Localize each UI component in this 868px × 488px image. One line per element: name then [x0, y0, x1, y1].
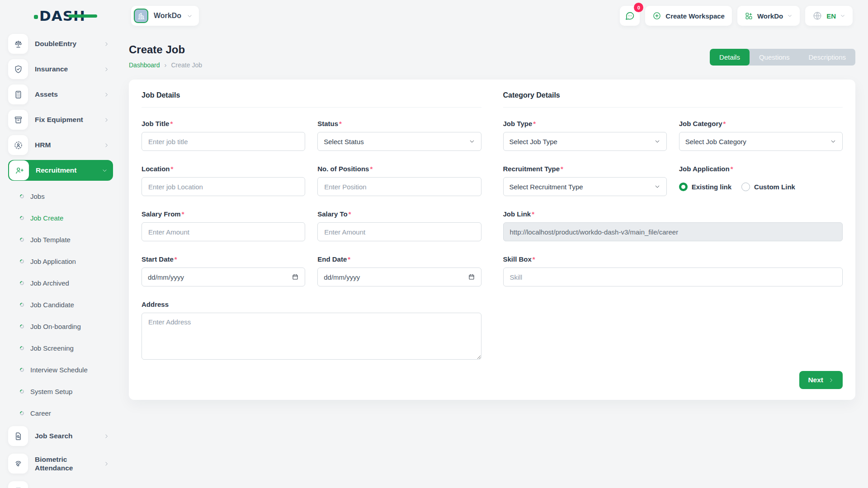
status-select[interactable]: Select Status [317, 132, 481, 151]
workdo-menu-button[interactable]: WorkDo [737, 6, 800, 26]
plus-circle-icon [652, 11, 661, 20]
tab-questions[interactable]: Questions [750, 49, 799, 66]
field-label: No. of Positions [317, 165, 369, 173]
bullet-icon [19, 237, 25, 243]
field-start-date: Start Date* dd/mm/yyyy [142, 255, 305, 286]
skill-input[interactable] [503, 267, 843, 286]
sidebar-item-assets[interactable]: Assets [8, 84, 113, 105]
field-label: Salary To [317, 210, 347, 218]
job-title-input[interactable] [142, 132, 305, 151]
workspace-name: WorkDo [154, 12, 181, 20]
end-date-input[interactable]: dd/mm/yyyy [317, 267, 481, 286]
chevron-down-icon [830, 138, 836, 145]
field-job-category: Job Category* Select Job Category [679, 120, 843, 151]
radio-custom-link[interactable]: Custom Link [741, 183, 795, 191]
breadcrumb-dashboard-link[interactable]: Dashboard [129, 61, 160, 69]
chat-bubble-icon [624, 10, 635, 21]
bullet-icon [19, 193, 25, 199]
sidebar-item-system-setup[interactable]: System Setup [8, 380, 113, 402]
create-job-card: Job Details Job Title* Status* Select St… [129, 80, 855, 400]
bullet-icon [19, 302, 25, 308]
required-mark: * [532, 210, 534, 218]
job-type-select[interactable]: Select Job Type [503, 132, 667, 151]
radio-existing-link[interactable]: Existing link [679, 183, 731, 191]
bullet-icon [19, 389, 25, 394]
field-label: Job Title [142, 120, 169, 127]
job-details-section: Job Details Job Title* Status* Select St… [142, 91, 481, 388]
field-job-application: Job Application* Existing link Custom Li… [679, 165, 843, 196]
tab-descriptions[interactable]: Descriptions [799, 49, 855, 66]
required-mark: * [533, 120, 536, 127]
start-date-input[interactable]: dd/mm/yyyy [142, 267, 305, 286]
bullet-icon [19, 215, 25, 221]
sidebar-item-hrm[interactable]: HRM [8, 135, 113, 155]
chevron-down-icon [840, 13, 845, 19]
required-mark: * [171, 165, 174, 173]
sidebar-item-job-template[interactable]: Job Template [8, 229, 113, 250]
language-code: EN [826, 12, 836, 20]
location-input[interactable] [142, 177, 305, 196]
sidebar-item-procurement[interactable]: Procurement [8, 481, 113, 488]
messages-button[interactable]: 0 [620, 6, 640, 26]
sidebar-item-job-candidate[interactable]: Job Candidate [8, 294, 113, 315]
required-mark: * [533, 255, 535, 263]
field-label: End Date [317, 255, 347, 263]
sidebar-item-doubleentry[interactable]: DoubleEntry [8, 33, 113, 54]
sidebar-item-insurance[interactable]: Insurance [8, 59, 113, 80]
job-category-select[interactable]: Select Job Category [679, 132, 843, 151]
calculator-icon [8, 84, 28, 104]
field-label: Job Application [679, 165, 730, 173]
job-link-input[interactable] [503, 222, 843, 241]
sidebar-item-job-screening[interactable]: Job Screening [8, 337, 113, 359]
logo-dot-icon [34, 15, 38, 19]
sidebar-item-recruitment[interactable]: Recruitment [8, 160, 113, 181]
chevron-right-icon [104, 433, 109, 439]
sidebar-item-fix-equipment[interactable]: Fix Equipment [8, 109, 113, 130]
required-mark: * [723, 120, 726, 127]
recruitment-type-select[interactable]: Select Recruitment Type [503, 177, 667, 196]
field-job-link: Job Link* [503, 210, 843, 241]
sidebar-item-job-onboarding[interactable]: Job On-boarding [8, 315, 113, 337]
create-workspace-button[interactable]: Create Workspace [645, 6, 732, 26]
tab-details[interactable]: Details [710, 49, 750, 66]
positions-input[interactable] [317, 177, 481, 196]
step-tabs: Details Questions Descriptions [710, 49, 855, 66]
document-search-icon [8, 426, 28, 446]
field-location: Location* [142, 165, 305, 196]
scale-icon [8, 34, 28, 54]
logo-dash-icon [68, 14, 97, 18]
sidebar-item-job-application[interactable]: Job Application [8, 250, 113, 272]
sidebar-item-jobs[interactable]: Jobs [8, 185, 113, 207]
sidebar-item-career[interactable]: Career [8, 402, 113, 424]
salary-from-input[interactable] [142, 222, 305, 241]
sidebar-item-job-archived[interactable]: Job Archived [8, 272, 113, 294]
next-button[interactable]: Next [799, 371, 843, 389]
calendar-icon [468, 273, 475, 281]
chevron-right-icon [104, 66, 109, 72]
person-plus-icon [9, 160, 29, 180]
sidebar-item-interview-schedule[interactable]: Interview Schedule [8, 359, 113, 380]
field-label: Job Link [503, 210, 531, 218]
chevron-right-icon [104, 117, 109, 123]
bullet-icon [19, 258, 25, 264]
globe-icon [812, 11, 822, 21]
category-details-section: Category Details Job Type* Select Job Ty… [503, 91, 843, 388]
required-mark: * [349, 210, 351, 218]
dash-logo: DASH [34, 7, 85, 25]
breadcrumb-separator: › [165, 61, 167, 69]
topbar: DASH WorkDo 0 Create Workspace WorkDo EN [0, 0, 868, 32]
chevron-right-icon [104, 461, 109, 467]
sidebar-item-job-create[interactable]: Job Create [8, 207, 113, 229]
field-label: Address [142, 300, 169, 308]
salary-to-input[interactable] [317, 222, 481, 241]
bullet-icon [19, 410, 25, 416]
language-button[interactable]: EN [805, 6, 853, 26]
sidebar-item-job-search[interactable]: Job Search [8, 426, 113, 446]
sidebar-item-biometric-attendance[interactable]: Biometric Attendance [8, 451, 113, 476]
workspace-switcher[interactable]: WorkDo [131, 6, 199, 26]
chevron-down-icon [654, 183, 660, 190]
field-positions: No. of Positions* [317, 165, 481, 196]
address-textarea[interactable] [142, 313, 481, 360]
chevron-down-icon [187, 13, 193, 19]
field-skill-box: Skill Box* [503, 255, 843, 286]
